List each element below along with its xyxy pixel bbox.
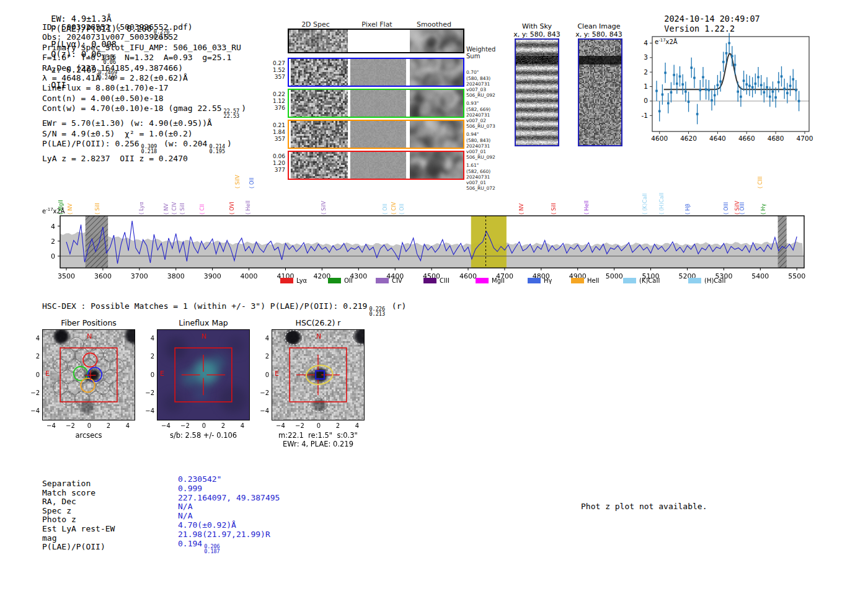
fit-x-tick: 4680 (768, 135, 784, 142)
weighted-smoothed-image (409, 30, 463, 52)
row2-2dspec-image (289, 90, 348, 117)
report-datetime: 2024-10-14 20:49:07 (664, 14, 760, 24)
detection-highlight-band (471, 216, 507, 268)
with-sky-image (516, 40, 558, 145)
error-envelope (60, 231, 804, 268)
lineflux-map-overlay (157, 330, 249, 420)
cutout-x-tick: 4 (123, 422, 132, 429)
cutout-y-tick: 0 (144, 371, 154, 378)
cutout-y-tick: 4 (144, 335, 154, 342)
col-header-smoothed: Smoothed (417, 20, 451, 29)
spec-x-tick: 3800 (167, 272, 185, 280)
lineflux-map-panel: N E (157, 329, 250, 420)
emission-line-label: ( (H)CaII (658, 193, 665, 215)
cutout-x-tick: 0 (200, 422, 208, 429)
fiber-xlabel: arcsecs (75, 431, 102, 440)
cutout-y-tick: 4 (259, 335, 269, 342)
fit-x-tick: 4660 (738, 135, 755, 142)
legend-swatch (423, 278, 436, 283)
emission-line-label: ( CII (199, 204, 205, 215)
cutout-x-tick: −2 (180, 422, 189, 429)
spec-x-tick: 4000 (241, 272, 258, 280)
cutout-y-tick: −2 (259, 389, 269, 396)
emission-line-label: ( CIII (757, 177, 763, 189)
fiber-circle (96, 380, 110, 394)
legend-label: Hγ (544, 277, 552, 284)
fit-y-tick: 4 (644, 39, 648, 47)
emission-line-label: ( OII (249, 177, 255, 189)
east-label: E (45, 370, 50, 378)
legend-label: MgII (492, 277, 505, 284)
photz-note: Phot z plot not available. (581, 502, 707, 511)
row2-pixelflat-image (350, 90, 406, 117)
hsc-cutout-overlay (272, 330, 364, 420)
emission-line-label: ( CIV (391, 202, 397, 215)
lineflux-xlabel: s/b: 2.58 +/- 0.106 (170, 431, 237, 440)
legend-label: Lyα (296, 277, 308, 284)
fit-x-tick: 4700 (797, 135, 813, 142)
radec-line: RA,Dec (227.164185,49.387466) (42, 63, 246, 73)
clean-image (579, 40, 621, 145)
legend-swatch (528, 278, 541, 283)
fiber-circle (89, 391, 104, 406)
fit-y-tick: -1 (642, 112, 648, 119)
legend-swatch (476, 278, 489, 283)
row1-weights: 0.271.52357 (269, 60, 285, 81)
clean-image-title: Clean Imagex, y: 580, 843 (575, 23, 622, 38)
cutout-x-tick: 0 (314, 422, 323, 429)
lineflux-map-title: Lineflux Map (179, 318, 228, 327)
cutout-y-tick: 2 (29, 353, 40, 360)
fiber-positions-overlay (43, 330, 135, 420)
cutout-y-tick: 2 (144, 353, 154, 360)
fit-y-tick: 3 (644, 53, 648, 61)
cont-n-line: Cont(n) = 4.00(±0.50)e-18 (42, 94, 246, 104)
col-header-pixelflat: Pixel Flat (361, 20, 392, 29)
row3-weights: 0.211.84357 (269, 122, 285, 143)
emission-line-label: ( SiII (94, 203, 100, 215)
emission-line-label: ( SiII (179, 203, 185, 215)
weighted-pixelflat-blank (350, 30, 406, 52)
fiber-circle (96, 359, 110, 373)
spec-x-tick: 3700 (131, 272, 148, 280)
hsc-xlabel2: EWr: 4, PLAE: 0.219 (283, 440, 353, 448)
emission-line-label: ( HeII (245, 200, 251, 215)
cutout-y-tick: 0 (259, 371, 269, 378)
with-sky-panel (515, 38, 559, 146)
emission-line-label: ( Hγ (760, 204, 766, 215)
detection-info-block: ID: 5003926552 (5003926552.pdf) Obs: 202… (42, 22, 246, 164)
row3-smoothed-image (409, 121, 463, 148)
legend-swatch (571, 278, 584, 283)
cutout-x-tick: 4 (238, 422, 247, 429)
spec-y-tick: 2 (51, 238, 55, 246)
match-table-values: 0.230542" 0.999 227.164097, 49.387495 N/… (178, 475, 280, 554)
match-table-labels: Separation Match score RA, Dec Spec z Ph… (42, 479, 115, 552)
masked-band (778, 216, 787, 268)
emission-line-label: ( OII (382, 203, 388, 215)
spec-x-tick: 4600 (459, 272, 477, 280)
emission-line-label: ( CIV (171, 202, 177, 215)
fit-x-tick: 4600 (651, 135, 668, 142)
row1-2dspec-image (289, 59, 348, 86)
line-fit-plot: 460046204640466046804700-101234e-17x2Å (639, 28, 849, 143)
fit-y-tick: 1 (644, 82, 648, 90)
lineflux-line: LineFlux = 8.80(±1.70)e-17 (42, 83, 246, 93)
primary-spec: Primary Spec_Slot_IFU_AMP: 506_106_033_R… (42, 43, 246, 53)
row2-smoothed-image (409, 90, 463, 117)
row2-weights: 0.221.12376 (269, 91, 285, 112)
sn-line: S/N = 4.9(±0.5) χ² = 1.0(±0.2) (42, 129, 246, 139)
north-label: N (202, 332, 206, 340)
emission-line-label: ( MgII (58, 200, 64, 215)
gaussian-fit-curve (664, 54, 798, 90)
fiber-circle (61, 391, 75, 406)
fiber-row-2 (288, 89, 464, 118)
cutout-x-tick: −4 (161, 422, 170, 429)
row1-pixelflat-image (350, 59, 406, 86)
fiber-row-3 (288, 120, 464, 149)
legend-label: CIII (440, 277, 450, 284)
spec-x-tick: 5400 (751, 272, 769, 280)
legend-swatch (623, 278, 636, 283)
legend-label: (K)CaII (639, 277, 660, 284)
fiber-circle (68, 380, 82, 394)
cutout-x-tick: 2 (334, 422, 342, 429)
emission-line-label: ( (K)CaII (642, 193, 648, 215)
